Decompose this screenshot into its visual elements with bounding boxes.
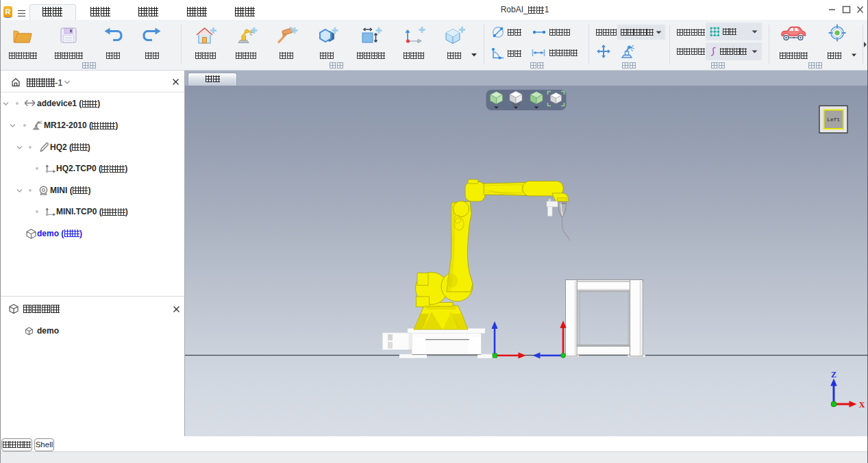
svg-text:Left: Left	[827, 116, 840, 123]
svg-text:Solid: Solid	[512, 102, 520, 106]
svg-text:X: X	[859, 400, 865, 410]
svg-text:Z: Z	[831, 370, 836, 379]
